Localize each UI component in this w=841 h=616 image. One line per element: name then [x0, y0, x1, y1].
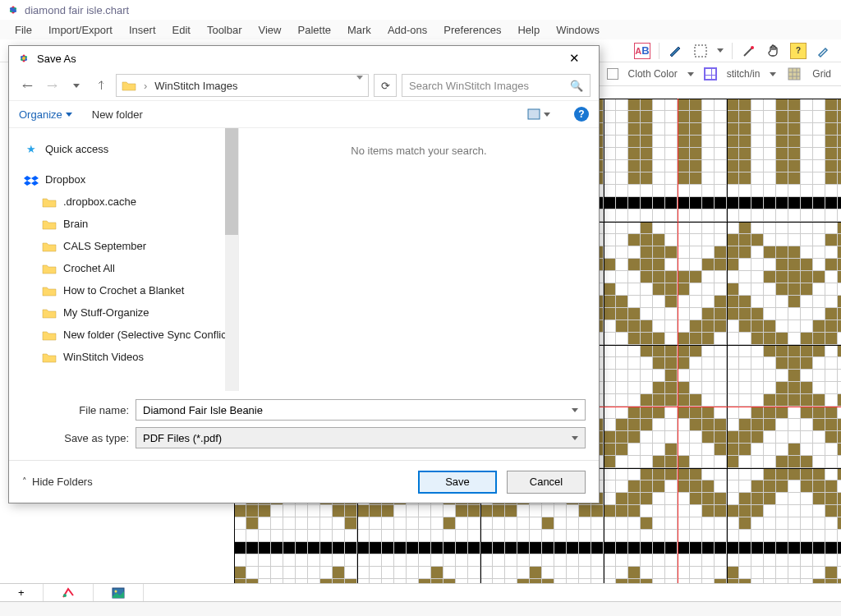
refresh-button[interactable]: ⟳ — [374, 74, 397, 97]
svg-point-13 — [22, 57, 25, 60]
address-dropdown-icon[interactable] — [356, 80, 363, 92]
menu-bar: FileImport/ExportInsertEditToolbarViewPa… — [0, 20, 841, 39]
folder-icon — [122, 79, 136, 92]
image-tab[interactable] — [94, 584, 144, 601]
svg-rect-14 — [528, 109, 540, 119]
forward-button: 🡒 — [42, 76, 62, 95]
menu-preferences[interactable]: Preferences — [435, 21, 509, 39]
tree-item[interactable]: Crochet All — [19, 257, 238, 279]
menu-toolbar[interactable]: Toolbar — [199, 21, 250, 39]
app-logo-icon — [17, 52, 30, 65]
stitch-unit-label: stitch/in — [727, 68, 761, 80]
measure-tool-icon[interactable]: ? — [790, 43, 807, 59]
menu-file[interactable]: File — [7, 21, 40, 39]
folder-icon — [42, 351, 57, 364]
tree-item[interactable]: My Stuff-Organize — [19, 301, 238, 324]
svg-point-7 — [63, 594, 67, 597]
organize-menu[interactable]: Organize — [19, 108, 72, 121]
app-logo-icon — [7, 3, 20, 16]
folder-icon — [42, 329, 57, 342]
menu-mark[interactable]: Mark — [339, 21, 379, 39]
close-button[interactable]: ✕ — [558, 47, 591, 70]
menu-edit[interactable]: Edit — [164, 21, 199, 39]
cloth-color-swatch[interactable] — [607, 68, 618, 80]
text-tool-icon[interactable]: AB — [634, 43, 650, 59]
svg-point-9 — [114, 590, 117, 592]
grid-toggle-icon[interactable] — [786, 66, 802, 82]
recent-dropdown[interactable] — [67, 76, 86, 95]
filetype-select[interactable]: PDF Files (*.pdf) — [136, 427, 586, 448]
wand-tool-icon[interactable] — [741, 43, 757, 59]
eyedropper-tool-icon[interactable] — [815, 43, 831, 59]
dropdown-icon[interactable] — [770, 72, 776, 76]
hide-folders-toggle[interactable]: ˄ Hide Folders — [22, 476, 93, 488]
search-placeholder: Search WinStitch Images — [409, 80, 529, 92]
back-button[interactable]: 🡐 — [17, 76, 37, 95]
tree-item[interactable]: WinStitch Videos — [19, 346, 238, 368]
tree-item[interactable]: New folder (Selective Sync Conflict) — [19, 324, 238, 346]
window-title: diamond fair isle.chart — [25, 4, 129, 16]
view-mode-button[interactable] — [523, 106, 554, 122]
folder-icon — [42, 262, 57, 275]
cloth-color-label: Cloth Color — [628, 68, 678, 80]
dialog-title-bar: Save As ✕ — [9, 46, 599, 71]
dropdown-icon[interactable] — [572, 436, 578, 440]
dropdown-icon[interactable] — [687, 72, 694, 76]
grid-unit-icon[interactable] — [704, 67, 717, 80]
save-button[interactable]: Save — [418, 471, 497, 494]
tree-item[interactable]: Brain — [19, 213, 238, 235]
palette-tab[interactable] — [44, 584, 94, 601]
save-as-dialog: Save As ✕ 🡐 🡒 🡑 › WinStitch Images ⟳ Sea… — [8, 45, 600, 503]
select-tool-icon[interactable] — [692, 43, 709, 59]
file-list: No items match your search. — [239, 128, 599, 391]
svg-point-5 — [751, 46, 754, 49]
tree-item[interactable]: .dropbox.cache — [19, 191, 238, 213]
dialog-nav-bar: 🡐 🡒 🡑 › WinStitch Images ⟳ Search WinSti… — [9, 71, 599, 100]
breadcrumb-separator-icon: › — [144, 80, 147, 92]
filename-label: File name: — [22, 404, 129, 416]
help-button[interactable]: ? — [574, 107, 589, 122]
menu-windows[interactable]: Windows — [548, 21, 608, 39]
new-folder-button[interactable]: New folder — [92, 108, 143, 121]
dropdown-icon[interactable] — [717, 48, 724, 53]
dropbox-icon — [24, 173, 39, 186]
folder-tree[interactable]: ★ Quick access Dropbox .dropbox.cacheBra… — [9, 128, 239, 391]
folder-icon — [42, 306, 57, 319]
tree-dropbox[interactable]: Dropbox — [19, 168, 238, 191]
pencil-tool-icon[interactable] — [668, 43, 684, 59]
dialog-toolbar: Organize New folder ? — [9, 100, 599, 128]
menu-importexport[interactable]: Import/Export — [40, 21, 121, 39]
folder-icon — [42, 195, 57, 209]
empty-message: No items match your search. — [351, 145, 486, 157]
search-input[interactable]: Search WinStitch Images 🔍 — [402, 74, 591, 97]
menu-addons[interactable]: Add-ons — [379, 21, 435, 39]
dialog-footer: ˄ Hide Folders Save Cancel — [9, 460, 599, 503]
star-icon: ★ — [24, 143, 39, 156]
menu-insert[interactable]: Insert — [121, 21, 164, 39]
up-button[interactable]: 🡑 — [91, 76, 111, 95]
filename-input[interactable]: Diamond Fair Isle Beanie — [136, 399, 586, 421]
dialog-fields: File name: Diamond Fair Isle Beanie Save… — [9, 391, 599, 460]
menu-help[interactable]: Help — [509, 21, 548, 39]
tree-item[interactable]: How to Crochet a Blanket — [19, 279, 238, 301]
scroll-thumb[interactable] — [225, 128, 238, 235]
tree-item[interactable]: CALS September — [19, 235, 238, 257]
title-bar: diamond fair isle.chart — [0, 0, 841, 20]
svg-rect-6 — [788, 68, 800, 80]
tree-scrollbar[interactable]: ˄ — [225, 128, 238, 391]
grid-label: Grid — [812, 68, 831, 80]
menu-palette[interactable]: Palette — [290, 21, 339, 39]
cancel-button[interactable]: Cancel — [507, 471, 586, 494]
breadcrumb-current[interactable]: WinStitch Images — [154, 80, 237, 92]
dropdown-icon[interactable] — [572, 408, 578, 412]
address-bar[interactable]: › WinStitch Images — [116, 74, 369, 97]
hand-tool-icon[interactable] — [765, 43, 782, 59]
add-tab-button[interactable]: + — [0, 584, 44, 601]
folder-icon — [42, 218, 57, 231]
menu-view[interactable]: View — [250, 21, 290, 39]
svg-rect-4 — [695, 45, 706, 57]
tree-quick-access[interactable]: ★ Quick access — [19, 138, 238, 160]
filetype-label: Save as type: — [22, 432, 129, 444]
bottom-bar: + — [0, 583, 841, 616]
folder-icon — [42, 284, 57, 297]
